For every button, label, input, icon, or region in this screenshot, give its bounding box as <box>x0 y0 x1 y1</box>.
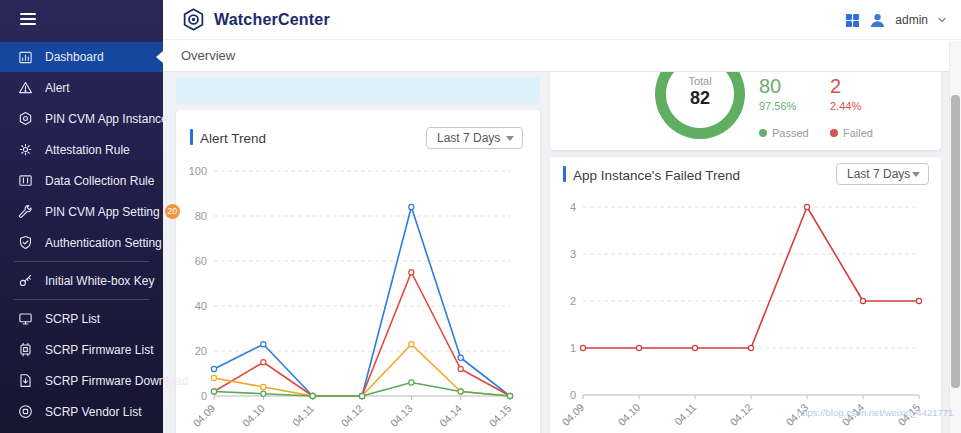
passed-dot-icon <box>759 129 767 137</box>
sidebar-item-data-collection-rule[interactable]: Data Collection Rule <box>0 165 163 196</box>
svg-text:3: 3 <box>570 248 576 260</box>
svg-text:04.12: 04.12 <box>727 401 754 428</box>
info-banner <box>176 77 540 104</box>
failed-percent: 2.44% <box>830 100 861 112</box>
sidebar-item-label: Authentication Setting <box>45 236 162 250</box>
watchercenter-logo-icon <box>181 7 206 32</box>
failed-trend-card: App Instance's Failed Trend Last 7 Days … <box>550 157 941 433</box>
sidebar-item-pin-cvm-app-setting[interactable]: PIN CVM App Setting20 <box>0 196 163 227</box>
svg-text:04.09: 04.09 <box>190 402 217 429</box>
download-doc-icon <box>18 373 34 389</box>
svg-text:40: 40 <box>195 300 207 312</box>
svg-text:04.14: 04.14 <box>839 401 866 428</box>
failed-label: Failed <box>843 127 873 139</box>
wrench-icon <box>18 204 34 220</box>
svg-text:1: 1 <box>570 342 576 354</box>
notification-badge: 20 <box>165 204 180 219</box>
sidebar-item-initial-white-box-key[interactable]: Initial White-box Key <box>0 265 163 296</box>
sidebar-item-scrp-list[interactable]: SCRP List <box>0 303 163 334</box>
svg-text:0: 0 <box>570 389 576 401</box>
passed-percent: 97.56% <box>759 100 796 112</box>
legend-passed: Passed <box>759 127 809 139</box>
sidebar-item-label: Alert <box>45 81 70 95</box>
sidebar-item-scrp-firmware-download[interactable]: SCRP Firmware Download <box>0 365 163 396</box>
key-icon <box>18 273 34 289</box>
sidebar-item-label: PIN CVM App Instance <box>45 112 168 126</box>
failed-value: 2 <box>830 75 861 97</box>
firmware-chip-icon <box>18 342 34 358</box>
tab-overview[interactable]: Overview <box>181 40 235 71</box>
sidebar-item-label: PIN CVM App Setting <box>45 205 160 219</box>
user-avatar-icon[interactable] <box>869 12 886 29</box>
svg-text:04.12: 04.12 <box>338 402 365 429</box>
svg-text:04.15: 04.15 <box>895 401 922 428</box>
sidebar-item-label: Attestation Rule <box>45 143 130 157</box>
total-label: Total <box>645 75 755 87</box>
svg-text:04.10: 04.10 <box>615 401 642 428</box>
hexagon-app-icon <box>18 111 34 127</box>
svg-text:04.14: 04.14 <box>437 402 464 429</box>
svg-text:04.11: 04.11 <box>290 402 317 429</box>
collection-grid-icon <box>18 173 34 189</box>
svg-text:80: 80 <box>195 210 207 222</box>
sidebar-item-scrp-firmware-list[interactable]: SCRP Firmware List <box>0 334 163 365</box>
sidebar-item-alert[interactable]: Alert <box>0 72 163 103</box>
scrollbar-thumb[interactable] <box>951 95 960 388</box>
sidebar-item-label: SCRP Vendor List <box>45 405 142 419</box>
attestation-summary-card: Total 82 80 97.56% 2 2.44% Passed Failed <box>550 72 941 150</box>
sidebar-item-dashboard[interactable]: Dashboard <box>0 42 163 72</box>
sidebar-item-label: SCRP Firmware List <box>45 343 153 357</box>
svg-text:04.13: 04.13 <box>388 402 415 429</box>
app-title: WatcherCenter <box>214 11 330 29</box>
svg-text:04.11: 04.11 <box>672 401 699 428</box>
donut-center-text: Total 82 <box>645 75 755 109</box>
svg-text:60: 60 <box>195 255 207 267</box>
passed-stat: 80 97.56% <box>759 75 796 112</box>
alert-trend-chart: 02040608010004.0904.1004.1104.1204.1304.… <box>176 110 540 432</box>
sidebar-item-scrp-vendor-list[interactable]: SCRP Vendor List <box>0 396 163 427</box>
tab-bar: Overview <box>163 40 961 72</box>
total-value: 82 <box>645 88 755 109</box>
svg-text:04.10: 04.10 <box>240 402 267 429</box>
passed-label: Passed <box>772 127 809 139</box>
sidebar-item-label: Dashboard <box>45 50 104 64</box>
app-logo: WatcherCenter <box>181 7 330 32</box>
svg-text:04.13: 04.13 <box>783 401 810 428</box>
menu-divider <box>14 261 149 262</box>
sidebar-item-label: SCRP List <box>45 312 100 326</box>
failed-trend-chart: 0123404.0904.1004.1104.1204.1304.1404.15 <box>550 157 941 433</box>
svg-text:04.15: 04.15 <box>486 402 513 429</box>
sidebar-menu: DashboardAlertPIN CVM App InstanceAttest… <box>0 42 163 427</box>
vertical-scrollbar[interactable] <box>949 41 961 433</box>
apps-grid-icon[interactable] <box>845 13 860 28</box>
shield-check-icon <box>18 235 34 251</box>
scrp-list-icon <box>18 311 34 327</box>
svg-text:0: 0 <box>201 390 207 402</box>
svg-text:4: 4 <box>570 201 576 213</box>
content-area: Alert Trend Last 7 Days 02040608010004.0… <box>163 72 961 433</box>
passed-value: 80 <box>759 75 796 97</box>
sidebar-item-label: Initial White-box Key <box>45 274 154 288</box>
alert-triangle-icon <box>18 80 34 96</box>
hamburger-menu-icon[interactable] <box>20 13 36 28</box>
chevron-down-icon[interactable] <box>937 15 947 25</box>
sidebar-item-pin-cvm-app-instance[interactable]: PIN CVM App Instance <box>0 103 163 134</box>
legend-failed: Failed <box>830 127 873 139</box>
svg-text:100: 100 <box>189 165 207 177</box>
svg-text:20: 20 <box>195 345 207 357</box>
svg-text:2: 2 <box>570 295 576 307</box>
menu-divider <box>14 299 149 300</box>
failed-stat: 2 2.44% <box>830 75 861 112</box>
vendor-list-icon <box>18 404 34 420</box>
failed-dot-icon <box>830 129 838 137</box>
alert-trend-card: Alert Trend Last 7 Days 02040608010004.0… <box>176 110 540 433</box>
dashboard-chart-icon <box>18 49 34 65</box>
sidebar-item-authentication-setting[interactable]: Authentication Setting <box>0 227 163 258</box>
sidebar-item-attestation-rule[interactable]: Attestation Rule <box>0 134 163 165</box>
user-name[interactable]: admin <box>895 13 928 27</box>
gear-icon <box>18 142 34 158</box>
sidebar: DashboardAlertPIN CVM App InstanceAttest… <box>0 0 163 433</box>
sidebar-item-label: Data Collection Rule <box>45 174 154 188</box>
sidebar-item-label: SCRP Firmware Download <box>45 374 188 388</box>
header: WatcherCenter admin <box>163 0 961 40</box>
